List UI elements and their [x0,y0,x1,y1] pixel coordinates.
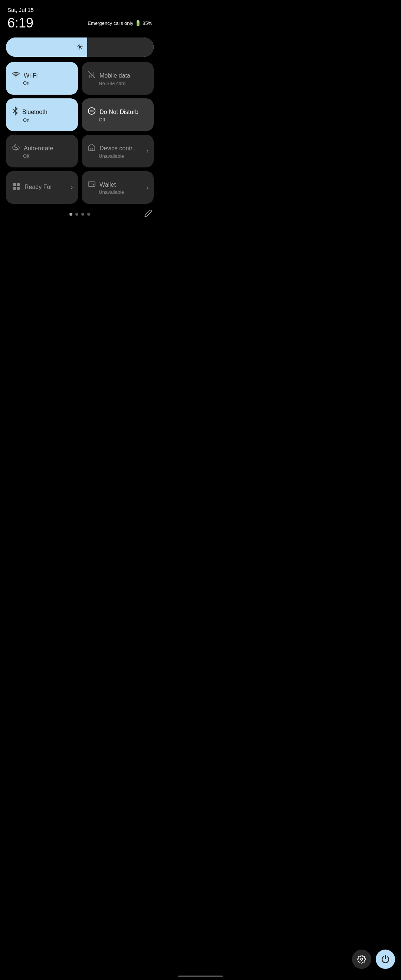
wallet-chevron: › [146,184,148,191]
quick-tiles-grid: Wi-Fi On Mobile data No SIM card [0,62,160,204]
brightness-slider[interactable]: ☀ [6,38,154,57]
wifi-label: Wi-Fi [24,72,38,79]
battery-percent: 85% [143,21,152,26]
battery-icon: 🔋 [135,20,141,26]
mobile-data-sublabel: No SIM card [99,81,148,86]
status-right: Emergency calls only 🔋 85% [88,20,152,26]
ready-for-icon [12,182,21,192]
svg-rect-11 [88,182,95,187]
auto-rotate-label: Auto-rotate [24,145,53,152]
brightness-icon: ☀ [76,42,84,52]
svg-rect-8 [17,183,20,186]
wallet-sublabel: Unavailable [99,189,148,195]
tile-auto-rotate[interactable]: Auto-rotate Off [6,135,78,167]
dnd-sublabel: Off [99,117,148,123]
svg-rect-7 [13,183,16,186]
tile-device-controls[interactable]: Device contr.. Unavailable › [82,135,154,167]
dot-4 [87,213,90,216]
ready-for-label: Ready For [24,184,53,191]
emergency-text: Emergency calls only [88,21,133,26]
dnd-label: Do Not Disturb [100,109,138,115]
svg-rect-6 [91,148,93,151]
mobile-data-label: Mobile data [100,72,130,79]
brightness-filled [6,38,87,57]
svg-rect-2 [91,73,92,78]
tile-dnd[interactable]: Do Not Disturb Off [82,99,154,131]
date-display: Sat, Jul 15 [8,7,152,13]
tile-bluetooth[interactable]: Bluetooth On [6,99,78,131]
svg-rect-9 [13,187,16,190]
svg-rect-10 [17,187,20,190]
status-bar: Sat, Jul 15 6:19 Emergency calls only 🔋 … [0,0,160,38]
wifi-sublabel: On [23,80,72,86]
tile-ready-for[interactable]: Ready For › [6,171,78,204]
time-display: 6:19 [8,15,33,31]
brightness-row[interactable]: ☀ [0,38,160,57]
ready-for-chevron: › [71,184,73,191]
pagination-dots [69,213,90,216]
bluetooth-icon [12,107,19,117]
dot-1 [69,213,72,216]
bluetooth-label: Bluetooth [22,109,48,115]
wifi-icon [12,71,20,80]
wallet-label: Wallet [100,181,116,188]
svg-rect-12 [93,184,95,186]
tile-wallet[interactable]: Wallet Unavailable › [82,171,154,204]
pagination-row [0,209,160,220]
device-controls-chevron: › [146,148,148,154]
brightness-unfilled [87,38,154,57]
device-controls-sublabel: Unavailable [99,153,148,159]
svg-point-0 [16,76,17,78]
svg-rect-3 [93,72,94,78]
device-controls-label: Device contr.. [100,145,135,152]
time-row: 6:19 Emergency calls only 🔋 85% [8,15,152,31]
auto-rotate-icon [12,143,20,153]
edit-icon[interactable] [144,209,152,220]
dnd-icon [88,107,96,117]
svg-rect-1 [89,75,91,78]
dot-3 [81,213,84,216]
tile-wifi[interactable]: Wi-Fi On [6,62,78,95]
dot-2 [75,213,78,216]
auto-rotate-sublabel: Off [23,153,72,159]
tile-mobile-data[interactable]: Mobile data No SIM card [82,62,154,95]
wallet-icon [88,180,96,189]
bluetooth-sublabel: On [23,117,72,123]
mobile-data-icon [88,70,96,81]
device-controls-icon [88,143,96,153]
